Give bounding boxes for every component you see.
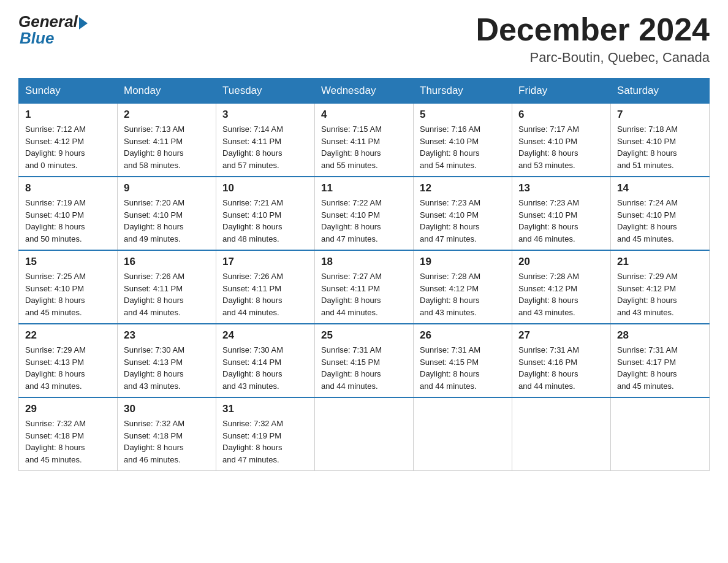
day-info: Sunrise: 7:28 AMSunset: 4:12 PMDaylight:…	[420, 270, 506, 318]
day-info: Sunrise: 7:31 AMSunset: 4:16 PMDaylight:…	[518, 344, 604, 392]
day-info: Sunrise: 7:19 AMSunset: 4:10 PMDaylight:…	[25, 197, 111, 245]
month-title: December 2024	[476, 12, 710, 47]
calendar-cell	[512, 397, 611, 471]
day-info: Sunrise: 7:22 AMSunset: 4:10 PMDaylight:…	[321, 197, 407, 245]
calendar-cell: 6Sunrise: 7:17 AMSunset: 4:10 PMDaylight…	[512, 104, 611, 177]
day-number: 24	[222, 329, 308, 342]
calendar-cell: 12Sunrise: 7:23 AMSunset: 4:10 PMDayligh…	[414, 177, 512, 250]
page-header: General Blue December 2024 Parc-Boutin, …	[18, 12, 710, 66]
calendar-cell: 3Sunrise: 7:14 AMSunset: 4:11 PMDaylight…	[216, 104, 315, 177]
calendar-cell	[315, 397, 414, 471]
calendar-cell: 17Sunrise: 7:26 AMSunset: 4:11 PMDayligh…	[216, 250, 315, 324]
calendar-week-row: 29Sunrise: 7:32 AMSunset: 4:18 PMDayligh…	[19, 397, 710, 471]
calendar-cell: 9Sunrise: 7:20 AMSunset: 4:10 PMDaylight…	[118, 177, 216, 250]
day-info: Sunrise: 7:13 AMSunset: 4:11 PMDaylight:…	[124, 123, 210, 171]
day-info: Sunrise: 7:23 AMSunset: 4:10 PMDaylight:…	[518, 197, 604, 245]
day-number: 3	[222, 109, 308, 121]
calendar-table: SundayMondayTuesdayWednesdayThursdayFrid…	[18, 78, 710, 471]
day-info: Sunrise: 7:20 AMSunset: 4:10 PMDaylight:…	[124, 197, 210, 245]
calendar-cell	[414, 397, 512, 471]
day-info: Sunrise: 7:28 AMSunset: 4:12 PMDaylight:…	[518, 270, 604, 318]
calendar-cell: 5Sunrise: 7:16 AMSunset: 4:10 PMDaylight…	[414, 104, 512, 177]
day-number: 15	[25, 256, 111, 268]
day-number: 26	[420, 329, 506, 342]
calendar-week-row: 8Sunrise: 7:19 AMSunset: 4:10 PMDaylight…	[19, 177, 710, 250]
calendar-cell: 20Sunrise: 7:28 AMSunset: 4:12 PMDayligh…	[512, 250, 611, 324]
calendar-cell: 2Sunrise: 7:13 AMSunset: 4:11 PMDaylight…	[118, 104, 216, 177]
calendar-cell: 16Sunrise: 7:26 AMSunset: 4:11 PMDayligh…	[118, 250, 216, 324]
day-info: Sunrise: 7:25 AMSunset: 4:10 PMDaylight:…	[25, 270, 111, 318]
weekday-header-sunday: Sunday	[19, 79, 118, 104]
weekday-header-tuesday: Tuesday	[216, 79, 315, 104]
day-number: 17	[222, 256, 308, 268]
calendar-cell: 4Sunrise: 7:15 AMSunset: 4:11 PMDaylight…	[315, 104, 414, 177]
calendar-cell: 1Sunrise: 7:12 AMSunset: 4:12 PMDaylight…	[19, 104, 118, 177]
calendar-cell: 7Sunrise: 7:18 AMSunset: 4:10 PMDaylight…	[611, 104, 710, 177]
day-info: Sunrise: 7:32 AMSunset: 4:19 PMDaylight:…	[222, 418, 308, 465]
day-number: 10	[222, 182, 308, 194]
day-info: Sunrise: 7:24 AMSunset: 4:10 PMDaylight:…	[617, 197, 703, 245]
day-number: 21	[617, 256, 703, 268]
day-number: 6	[518, 109, 604, 121]
calendar-cell: 26Sunrise: 7:31 AMSunset: 4:15 PMDayligh…	[414, 324, 512, 397]
day-number: 29	[25, 403, 111, 415]
day-number: 7	[617, 109, 703, 121]
calendar-cell: 22Sunrise: 7:29 AMSunset: 4:13 PMDayligh…	[19, 324, 118, 397]
calendar-week-row: 1Sunrise: 7:12 AMSunset: 4:12 PMDaylight…	[19, 104, 710, 177]
day-number: 27	[518, 329, 604, 342]
calendar-cell: 23Sunrise: 7:30 AMSunset: 4:13 PMDayligh…	[118, 324, 216, 397]
day-info: Sunrise: 7:27 AMSunset: 4:11 PMDaylight:…	[321, 270, 407, 318]
calendar-cell: 24Sunrise: 7:30 AMSunset: 4:14 PMDayligh…	[216, 324, 315, 397]
day-number: 28	[617, 329, 703, 342]
day-info: Sunrise: 7:31 AMSunset: 4:15 PMDaylight:…	[420, 344, 506, 392]
day-info: Sunrise: 7:16 AMSunset: 4:10 PMDaylight:…	[420, 123, 506, 171]
day-info: Sunrise: 7:15 AMSunset: 4:11 PMDaylight:…	[321, 123, 407, 171]
day-number: 20	[518, 256, 604, 268]
weekday-header-monday: Monday	[118, 79, 216, 104]
day-number: 30	[124, 403, 210, 415]
calendar-cell: 25Sunrise: 7:31 AMSunset: 4:15 PMDayligh…	[315, 324, 414, 397]
calendar-cell: 27Sunrise: 7:31 AMSunset: 4:16 PMDayligh…	[512, 324, 611, 397]
day-info: Sunrise: 7:32 AMSunset: 4:18 PMDaylight:…	[25, 418, 111, 465]
day-number: 9	[124, 182, 210, 194]
weekday-header-row: SundayMondayTuesdayWednesdayThursdayFrid…	[19, 79, 710, 104]
day-number: 19	[420, 256, 506, 268]
calendar-cell: 28Sunrise: 7:31 AMSunset: 4:17 PMDayligh…	[611, 324, 710, 397]
day-info: Sunrise: 7:18 AMSunset: 4:10 PMDaylight:…	[617, 123, 703, 171]
day-number: 23	[124, 329, 210, 342]
day-number: 31	[222, 403, 308, 415]
day-info: Sunrise: 7:26 AMSunset: 4:11 PMDaylight:…	[124, 270, 210, 318]
day-number: 11	[321, 182, 407, 194]
calendar-cell: 18Sunrise: 7:27 AMSunset: 4:11 PMDayligh…	[315, 250, 414, 324]
logo-arrow-icon	[79, 17, 88, 29]
day-number: 12	[420, 182, 506, 194]
day-info: Sunrise: 7:23 AMSunset: 4:10 PMDaylight:…	[420, 197, 506, 245]
calendar-cell: 11Sunrise: 7:22 AMSunset: 4:10 PMDayligh…	[315, 177, 414, 250]
calendar-cell: 31Sunrise: 7:32 AMSunset: 4:19 PMDayligh…	[216, 397, 315, 471]
day-number: 4	[321, 109, 407, 121]
calendar-cell: 8Sunrise: 7:19 AMSunset: 4:10 PMDaylight…	[19, 177, 118, 250]
day-info: Sunrise: 7:29 AMSunset: 4:13 PMDaylight:…	[25, 344, 111, 392]
calendar-cell: 21Sunrise: 7:29 AMSunset: 4:12 PMDayligh…	[611, 250, 710, 324]
day-number: 8	[25, 182, 111, 194]
calendar-week-row: 15Sunrise: 7:25 AMSunset: 4:10 PMDayligh…	[19, 250, 710, 324]
day-info: Sunrise: 7:30 AMSunset: 4:13 PMDaylight:…	[124, 344, 210, 392]
day-number: 16	[124, 256, 210, 268]
calendar-week-row: 22Sunrise: 7:29 AMSunset: 4:13 PMDayligh…	[19, 324, 710, 397]
day-info: Sunrise: 7:17 AMSunset: 4:10 PMDaylight:…	[518, 123, 604, 171]
location-text: Parc-Boutin, Quebec, Canada	[476, 50, 710, 66]
calendar-cell: 30Sunrise: 7:32 AMSunset: 4:18 PMDayligh…	[118, 397, 216, 471]
calendar-cell: 19Sunrise: 7:28 AMSunset: 4:12 PMDayligh…	[414, 250, 512, 324]
day-number: 22	[25, 329, 111, 342]
weekday-header-wednesday: Wednesday	[315, 79, 414, 104]
day-number: 2	[124, 109, 210, 121]
day-info: Sunrise: 7:31 AMSunset: 4:15 PMDaylight:…	[321, 344, 407, 392]
logo-blue-text: Blue	[20, 29, 54, 48]
day-number: 5	[420, 109, 506, 121]
day-number: 18	[321, 256, 407, 268]
day-info: Sunrise: 7:32 AMSunset: 4:18 PMDaylight:…	[124, 418, 210, 465]
calendar-cell: 29Sunrise: 7:32 AMSunset: 4:18 PMDayligh…	[19, 397, 118, 471]
day-info: Sunrise: 7:29 AMSunset: 4:12 PMDaylight:…	[617, 270, 703, 318]
day-number: 25	[321, 329, 407, 342]
calendar-cell: 13Sunrise: 7:23 AMSunset: 4:10 PMDayligh…	[512, 177, 611, 250]
